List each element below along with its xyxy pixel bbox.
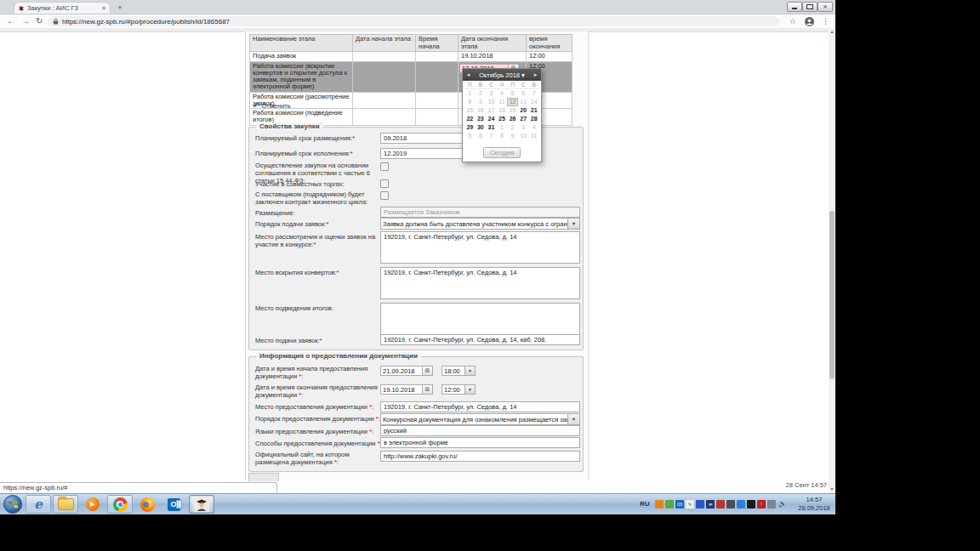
calendar-day[interactable]: 29 (464, 123, 476, 132)
taskbar-file-explorer[interactable] (53, 495, 78, 514)
taskbar-internet-explorer[interactable]: e (26, 495, 51, 514)
calendar-day: 5 (464, 132, 476, 140)
submission-place-input[interactable] (380, 334, 580, 345)
doc-order-select[interactable]: Конкурсная документация для ознакомления… (380, 413, 580, 425)
calendar-day[interactable]: 24 (486, 115, 497, 123)
calendar-day[interactable]: 28 (528, 115, 539, 123)
calendar-month-label[interactable]: Октябрь 2018 ▾ (474, 71, 530, 79)
reload-button[interactable]: ↻ (36, 16, 43, 26)
calendar-picker-button[interactable]: ⊞ (423, 366, 433, 376)
calendar-day: 16 (476, 106, 487, 115)
calendar-next-icon[interactable]: ► (530, 72, 541, 77)
tray-icon[interactable]: 03 (675, 500, 684, 508)
calendar-day: 11 (528, 132, 539, 140)
speaker-icon[interactable]: 🔊 (778, 500, 787, 508)
tray-icon[interactable] (655, 500, 664, 508)
calendar-day[interactable]: 30 (476, 123, 487, 132)
window-minimize-button[interactable] (787, 2, 802, 12)
window-close-button[interactable]: ✕ (818, 2, 833, 12)
chevron-down-icon[interactable]: ▼ (567, 219, 579, 229)
calendar-grid: 1234567891011121314151617181920212223242… (463, 89, 541, 140)
start-button[interactable] (3, 495, 22, 514)
placement-period-input[interactable] (380, 133, 474, 144)
scroll-down-arrow[interactable]: ▼ (829, 486, 835, 493)
calendar-prev-icon[interactable]: ◄ (463, 72, 474, 77)
doc-place-input[interactable] (380, 401, 580, 412)
calendar-day[interactable]: 21 (528, 106, 539, 115)
end-date-cell: 19.10.2018 (459, 52, 527, 61)
calendar-day[interactable]: 31 (486, 123, 497, 132)
review-place-textarea[interactable]: 192019, г. Санкт-Петербург, ул. Седова, … (380, 231, 580, 264)
taskbar-media-player[interactable]: ▶ (81, 495, 105, 514)
opening-place-textarea[interactable]: 192019, г. Санкт-Петербург, ул. Седова, … (380, 267, 580, 299)
calendar-day[interactable]: 22 (464, 115, 476, 123)
lifecycle-checkbox[interactable] (380, 191, 389, 200)
taskbar-firefox[interactable] (135, 495, 159, 514)
lock-icon (53, 18, 59, 25)
calendar-day[interactable]: 27 (518, 115, 529, 123)
results-place-textarea[interactable] (380, 303, 580, 335)
calendar-day[interactable]: 25 (497, 115, 508, 123)
clock-date: 28.09.2018 (795, 504, 834, 513)
address-bar[interactable]: https://new.gz-spb.ru/#po/procedure/publ… (48, 16, 779, 26)
table-row[interactable]: Подача заявок 19.10.2018 12:00 (250, 52, 573, 61)
cancel-link[interactable]: ↶ Отменить (253, 101, 291, 111)
taskbar-chrome[interactable] (107, 495, 133, 514)
calendar-day[interactable]: 12 (507, 98, 518, 106)
calendar-day[interactable]: 23 (476, 115, 487, 123)
doc-languages-input[interactable] (380, 425, 580, 436)
calendar-day[interactable]: 20 (518, 106, 529, 115)
field-label: С поставщиком (подрядчиком) будет заключ… (255, 190, 383, 206)
calendar-day[interactable]: 26 (507, 115, 518, 123)
scroll-up-arrow[interactable]: ▲ (829, 28, 835, 36)
doc-end-date-input[interactable] (380, 384, 423, 395)
calendar-day: 19 (507, 106, 518, 115)
execution-period-input[interactable] (380, 148, 474, 159)
browser-menu-icon[interactable]: ⋮ (822, 16, 829, 26)
page-scrollbar[interactable]: ▲ ▼ (829, 28, 835, 493)
field-label: Способы предоставления документации *: (255, 440, 383, 447)
tray-icon[interactable]: ! (757, 500, 766, 508)
taskbar-ais-gz-client[interactable] (189, 495, 214, 514)
browser-tab[interactable]: Закупки : АИС ГЗ ✕ (14, 2, 111, 14)
taskbar-clock[interactable]: 14:57 28.09.2018 (795, 496, 834, 513)
scrollbar-thumb[interactable] (829, 211, 835, 379)
back-button[interactable]: ← (7, 16, 15, 26)
doc-site-input[interactable] (380, 451, 580, 462)
browser-window: Закупки : АИС ГЗ ✕ + ✕ ← → ↻ https://new… (0, 0, 835, 514)
bookmark-star-icon[interactable]: ☆ (789, 16, 796, 26)
doc-methods-input[interactable] (380, 437, 580, 448)
calendar-day: 9 (476, 98, 487, 106)
doc-start-time-select[interactable]: 18:00▼ (442, 366, 476, 376)
field-label: Место подачи заявок:* (255, 337, 383, 344)
tray-icon[interactable] (665, 500, 674, 508)
undo-icon: ↶ (253, 101, 259, 111)
submission-order-select[interactable]: Заявка должна быть доставлена участником… (380, 218, 580, 230)
calendar-day: 13 (518, 98, 529, 106)
joint-bidding-checkbox[interactable] (380, 179, 389, 188)
chevron-down-icon[interactable]: ▼ (567, 414, 579, 424)
tray-icon[interactable] (726, 500, 735, 508)
taskbar-outlook[interactable]: O (162, 495, 185, 514)
profile-avatar-icon[interactable] (805, 17, 814, 26)
tray-icon[interactable]: ✎ (686, 500, 694, 508)
tray-icon[interactable] (716, 500, 725, 508)
tab-close-icon[interactable]: ✕ (101, 5, 106, 12)
language-indicator[interactable]: RU (640, 500, 650, 508)
doc-start-date-input[interactable] (380, 366, 423, 376)
tray-icon[interactable] (696, 500, 704, 508)
tray-icon[interactable] (747, 500, 755, 508)
agreement-checkbox[interactable] (380, 162, 389, 171)
field-label: Дата и время окончания предоставления до… (255, 383, 383, 399)
calendar-picker-button[interactable]: ⊞ (423, 384, 433, 395)
calendar-day: 10 (518, 132, 529, 140)
forward-button[interactable]: → (21, 16, 30, 26)
tray-icon[interactable]: ✉ (706, 500, 715, 508)
tray-icon[interactable] (767, 500, 776, 508)
doc-end-time-select[interactable]: 12:00▼ (442, 384, 476, 395)
new-tab-button[interactable]: + (114, 3, 126, 13)
window-restore-button[interactable] (802, 2, 818, 12)
today-button[interactable]: Сегодня (483, 147, 521, 158)
partial-button (248, 473, 279, 481)
tray-icon[interactable] (737, 500, 745, 508)
